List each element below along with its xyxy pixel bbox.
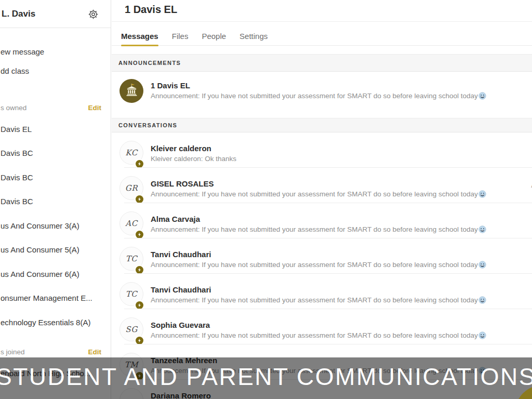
avatar-initials: TC xyxy=(126,254,137,263)
lightning-badge-icon xyxy=(136,337,143,344)
sidebar-item-class[interactable]: us And Consumer 3(A) xyxy=(0,214,111,238)
lightning-badge-icon xyxy=(136,301,143,309)
sidebar-item-class[interactable]: echnology Essentials 8(A) xyxy=(0,310,111,335)
announcements-label: ANNOUNCEMENTS xyxy=(118,60,181,66)
announcement-preview: Announcement: If you have not submitted … xyxy=(151,92,486,100)
conversation-row[interactable]: SG Sophia Guevara Announcement: If you h… xyxy=(112,309,532,344)
conversations-section-header: CONVERSATIONS xyxy=(112,118,532,132)
grinning-face-emoji xyxy=(478,225,486,233)
tab-bar: Messages Files People Settings xyxy=(112,29,532,46)
page-title: 1 Davis EL xyxy=(125,4,177,16)
conversation-preview: Announcement: If you have not submitted … xyxy=(151,261,486,269)
lightning-badge-icon xyxy=(136,231,143,238)
user-name: L. Davis xyxy=(2,0,35,28)
tab-settings[interactable]: Settings xyxy=(240,29,268,46)
announcements-section-header: ANNOUNCEMENTS xyxy=(112,54,532,72)
conversation-preview: Announcement: If you have not submitted … xyxy=(151,190,486,198)
avatar: TC xyxy=(119,247,143,271)
announcement-row[interactable]: 1 Davis EL Announcement: If you have not… xyxy=(112,72,532,118)
conversation-row[interactable]: TC Tanvi Chaudhari Announcement: If you … xyxy=(112,274,532,309)
conversation-preview: Announcement: If you have not submitted … xyxy=(151,296,486,304)
conversation-name: GISEL ROSALES xyxy=(151,179,214,188)
conversation-row[interactable]: AC Alma Carvaja Announcement: If you hav… xyxy=(112,203,532,238)
sidebar-item-class[interactable]: us And Consumer 6(A) xyxy=(0,262,111,286)
conversation-row[interactable]: TC Tanvi Chaudhari Announcement: If you … xyxy=(112,238,532,274)
tab-messages[interactable]: Messages xyxy=(121,29,158,46)
sidebar-item-add-class[interactable]: dd class xyxy=(1,61,29,81)
grinning-face-emoji xyxy=(478,92,486,100)
lightning-badge-icon xyxy=(136,160,143,168)
grinning-face-emoji xyxy=(478,190,486,198)
school-building-icon xyxy=(125,83,139,99)
conversation-name: Tanvi Chaudhari xyxy=(151,285,211,294)
avatar-initials: GR xyxy=(125,183,138,193)
conversation-preview: Kleiver calderon: Ok thanks xyxy=(151,155,236,163)
avatar-initials: TC xyxy=(126,289,137,299)
avatar-initials: AC xyxy=(125,219,137,228)
lightning-badge-icon xyxy=(136,195,143,203)
classes-owned-label: s owned xyxy=(1,99,26,117)
sidebar-item-class[interactable]: Davis BC xyxy=(0,190,111,214)
avatar: TC xyxy=(119,282,143,306)
grinning-face-emoji xyxy=(478,331,486,339)
conversation-preview: Announcement: If you have not submitted … xyxy=(151,331,486,339)
conversation-name: Alma Carvaja xyxy=(151,215,200,223)
app-screen: L. Davis ew message dd class s owned Edi… xyxy=(0,0,532,399)
conversation-row[interactable]: KC Kleiver calderon Kleiver calderon: Ok… xyxy=(112,132,532,168)
sidebar-item-class[interactable]: us And Consumer 5(A) xyxy=(0,238,111,262)
avatar-initials: SG xyxy=(125,325,137,334)
sidebar-item-class[interactable]: Davis BC xyxy=(0,165,111,190)
school-avatar xyxy=(119,79,143,103)
avatar: AC xyxy=(119,211,143,235)
sidebar-item-class[interactable]: Davis BC xyxy=(0,141,111,166)
main-panel: 1 Davis EL Messages Files People Setting… xyxy=(112,0,532,399)
conversation-preview: Announcement: If you have not submitted … xyxy=(151,225,486,233)
caption-text: STUDENT AND PARENT COMMUNICATIONS xyxy=(0,363,532,391)
grinning-face-emoji xyxy=(478,261,486,269)
classes-owned-list: Davis EL Davis BC Davis BC Davis BC us A… xyxy=(0,117,111,335)
lightning-badge-icon xyxy=(136,266,143,274)
avatar: SG xyxy=(119,317,143,341)
avatar: KC xyxy=(119,141,143,165)
conversation-name: Tanvi Chaudhari xyxy=(151,250,211,259)
sidebar: L. Davis ew message dd class s owned Edi… xyxy=(0,0,111,399)
caption-overlay: STUDENT AND PARENT COMMUNICATIONS xyxy=(0,357,532,399)
avatar-initials: KC xyxy=(125,148,137,157)
sidebar-item-class[interactable]: Davis EL xyxy=(0,117,111,141)
grinning-face-emoji xyxy=(478,296,486,304)
sidebar-item-class[interactable]: onsumer Management E... xyxy=(0,286,111,311)
conversations-label: CONVERSATIONS xyxy=(118,122,177,128)
header-divider xyxy=(112,21,532,22)
sidebar-header: L. Davis xyxy=(0,0,111,28)
conversation-name: Kleiver calderon xyxy=(151,144,211,153)
tab-people[interactable]: People xyxy=(202,29,226,46)
sidebar-item-new-message[interactable]: ew message xyxy=(1,42,44,61)
conversation-name: Sophia Guevara xyxy=(151,321,210,329)
conversation-row[interactable]: GR GISEL ROSALES Announcement: If you ha… xyxy=(112,168,532,203)
gear-icon[interactable] xyxy=(88,9,99,20)
announcement-sender-name: 1 Davis EL xyxy=(151,81,190,90)
avatar: GR xyxy=(119,176,143,200)
classes-owned-header: s owned Edit xyxy=(0,99,111,117)
classes-owned-edit-link[interactable]: Edit xyxy=(88,99,102,117)
tab-files[interactable]: Files xyxy=(172,29,189,46)
